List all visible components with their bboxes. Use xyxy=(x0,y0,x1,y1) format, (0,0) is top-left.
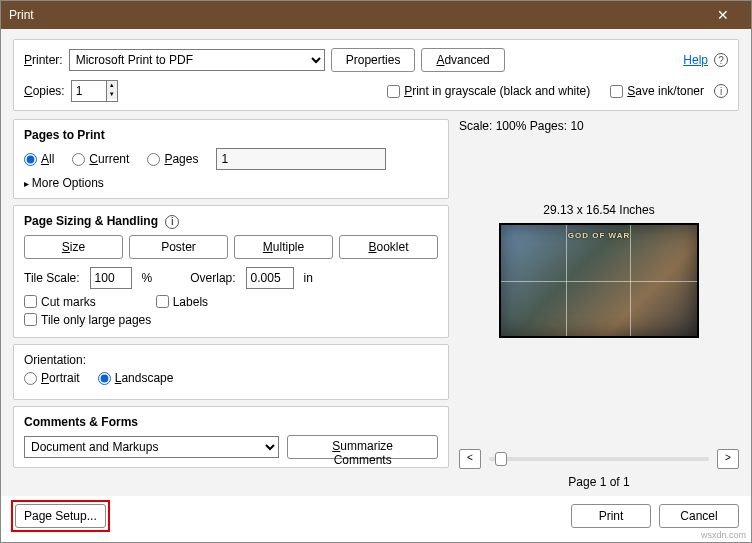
page-setup-highlight: Page Setup... xyxy=(11,500,110,532)
more-options-toggle[interactable]: More Options xyxy=(24,176,438,190)
portrait-radio[interactable]: Portrait xyxy=(24,371,80,385)
pages-range-input[interactable] xyxy=(216,148,386,170)
landscape-radio[interactable]: Landscape xyxy=(98,371,174,385)
pages-all-radio[interactable]: All xyxy=(24,152,54,166)
copies-label: Copies: xyxy=(24,84,65,98)
pages-range-radio[interactable]: Pages xyxy=(147,152,198,166)
spinner-down-icon[interactable]: ▼ xyxy=(107,90,117,99)
watermark: wsxdn.com xyxy=(701,530,746,540)
save-ink-checkbox[interactable]: Save ink/toner xyxy=(610,84,704,98)
preview-dimensions: 29.13 x 16.54 Inches xyxy=(459,203,739,217)
close-icon[interactable]: ✕ xyxy=(703,7,743,23)
overlap-input[interactable] xyxy=(246,267,294,289)
dialog-footer: Page Setup... Print Cancel xyxy=(1,496,751,542)
overlap-label: Overlap: xyxy=(190,271,235,285)
comments-panel: Comments & Forms Document and Markups Su… xyxy=(13,406,449,468)
preview-scale: Scale: 100% Pages: 10 xyxy=(459,119,739,133)
preview-image: GOD OF WAR xyxy=(499,223,699,338)
info-icon[interactable]: i xyxy=(714,84,728,98)
copies-input[interactable] xyxy=(71,80,107,102)
prev-page-button[interactable]: < xyxy=(459,449,481,469)
preview-logo: GOD OF WAR xyxy=(568,231,630,240)
help-icon[interactable]: ? xyxy=(714,53,728,67)
comments-title: Comments & Forms xyxy=(24,415,438,429)
booklet-tab[interactable]: Booklet xyxy=(339,235,438,259)
cutmarks-checkbox[interactable]: Cut marks xyxy=(24,295,96,309)
titlebar: Print ✕ xyxy=(1,1,751,29)
multiple-tab[interactable]: Multiple xyxy=(234,235,333,259)
labels-checkbox[interactable]: Labels xyxy=(156,295,208,309)
copies-spinner[interactable]: ▲▼ xyxy=(71,80,118,102)
comments-select[interactable]: Document and Markups xyxy=(24,436,279,458)
page-setup-button[interactable]: Page Setup... xyxy=(15,504,106,528)
page-slider[interactable] xyxy=(489,457,709,461)
sizing-panel: Page Sizing & Handling i Size Poster Mul… xyxy=(13,205,449,338)
slider-thumb[interactable] xyxy=(495,452,507,466)
printer-label: Printer: xyxy=(24,53,63,67)
advanced-button[interactable]: Advanced xyxy=(421,48,504,72)
tilescale-unit: % xyxy=(142,271,153,285)
orientation-title: Orientation: xyxy=(24,353,438,367)
preview-panel: Scale: 100% Pages: 10 29.13 x 16.54 Inch… xyxy=(459,119,739,489)
print-button[interactable]: Print xyxy=(571,504,651,528)
printer-panel: Printer: Microsoft Print to PDF Properti… xyxy=(13,39,739,111)
pages-current-radio[interactable]: Current xyxy=(72,152,129,166)
cancel-button[interactable]: Cancel xyxy=(659,504,739,528)
tile-large-checkbox[interactable]: Tile only large pages xyxy=(24,313,151,327)
tilescale-input[interactable] xyxy=(90,267,132,289)
size-tab[interactable]: Size xyxy=(24,235,123,259)
print-dialog: Print ✕ Printer: Microsoft Print to PDF … xyxy=(0,0,752,543)
summarize-comments-button[interactable]: Summarize Comments xyxy=(287,435,438,459)
printer-select[interactable]: Microsoft Print to PDF xyxy=(69,49,325,71)
info-icon[interactable]: i xyxy=(165,215,179,229)
properties-button[interactable]: Properties xyxy=(331,48,416,72)
window-title: Print xyxy=(9,8,703,22)
sizing-title: Page Sizing & Handling i xyxy=(24,214,438,229)
next-page-button[interactable]: > xyxy=(717,449,739,469)
overlap-unit: in xyxy=(304,271,313,285)
orientation-panel: Orientation: Portrait Landscape xyxy=(13,344,449,400)
help-link[interactable]: Help xyxy=(683,53,708,67)
page-info: Page 1 of 1 xyxy=(459,475,739,489)
pages-to-print-panel: Pages to Print All Current Pages More Op… xyxy=(13,119,449,199)
spinner-up-icon[interactable]: ▲ xyxy=(107,81,117,90)
tilescale-label: Tile Scale: xyxy=(24,271,80,285)
poster-tab[interactable]: Poster xyxy=(129,235,228,259)
pages-title: Pages to Print xyxy=(24,128,438,142)
grayscale-checkbox[interactable]: Print in grayscale (black and white) xyxy=(387,84,590,98)
